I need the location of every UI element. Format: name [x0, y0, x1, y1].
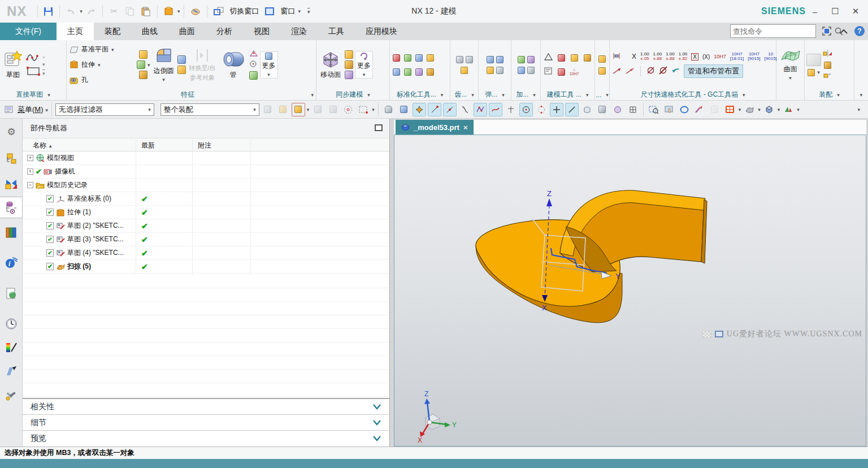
panel-dependencies[interactable]: 相关性	[23, 399, 389, 415]
shaded-cube-icon[interactable]	[762, 103, 776, 116]
sketch-button[interactable]: 草图	[2, 49, 24, 80]
slot-icon[interactable]	[139, 71, 147, 79]
group-label-spring-tools[interactable]: 弹...▾	[479, 89, 511, 100]
move-csys-icon[interactable]	[311, 103, 324, 116]
selection-filter-dropdown[interactable]: 无选择过滤器▾	[55, 103, 154, 116]
graphics-viewport[interactable]: Z Y X Z Y X	[394, 135, 866, 447]
snap-polyline-icon[interactable]	[474, 103, 487, 116]
snap-point-on-curve-icon[interactable]	[565, 103, 579, 116]
magnify-icon[interactable]	[693, 103, 706, 116]
snap-intersection-icon[interactable]	[550, 103, 563, 116]
folder-nodes-icon[interactable]	[584, 54, 591, 62]
fit-10h7-icon[interactable]: 10H7	[714, 54, 726, 59]
snap-spline-icon[interactable]	[489, 103, 502, 116]
std-tool-clean-icon[interactable]	[404, 68, 411, 76]
snap-point-on-face-icon[interactable]	[580, 103, 594, 116]
tab-curve[interactable]: 曲线	[131, 23, 168, 40]
paren-dim-icon[interactable]: (X)	[702, 54, 710, 60]
diameter-slash-icon[interactable]	[659, 66, 667, 76]
extrude-button[interactable]: 拉伸▾	[68, 57, 135, 72]
washer-icon[interactable]	[487, 67, 494, 74]
close-button[interactable]: ✕	[845, 0, 866, 23]
undo-dropdown-arrow[interactable]: ▾	[80, 8, 83, 14]
ribbon-overflow-arrow[interactable]: ▾	[854, 89, 868, 100]
hole-button[interactable]: 孔	[68, 72, 135, 88]
customize-qat-arrow[interactable]: ▾	[307, 8, 310, 15]
edit-section-arrow[interactable]: ▾	[797, 107, 800, 112]
sphere-select-icon[interactable]	[611, 103, 624, 116]
piping-layout-button[interactable]: 管道和布管布置	[684, 64, 743, 78]
add-component-icon[interactable]	[808, 69, 815, 76]
column-name[interactable]: 名称 ▲	[33, 141, 53, 150]
offset-region-icon[interactable]	[249, 71, 258, 80]
pattern-component-icon[interactable]: +	[823, 72, 832, 80]
tolerance-style-4[interactable]: 1.00±.82	[679, 52, 688, 61]
part-family-icon[interactable]	[598, 55, 606, 63]
face-rule-icon[interactable]	[596, 103, 609, 116]
color-wand-icon[interactable]	[0, 337, 23, 358]
render-style-icon[interactable]	[743, 103, 756, 116]
std-tool-list-icon[interactable]	[415, 54, 423, 62]
tree-row-extrude[interactable]: ✔ 拉伸 (1) ✔	[23, 206, 389, 219]
repeat-dropdown-arrow[interactable]: ▾	[177, 8, 180, 14]
no-tolerance-icon[interactable]: X	[632, 53, 636, 60]
dim-style-icon[interactable]	[613, 52, 620, 62]
tolerance-style-1[interactable]: 1.00±.05	[640, 52, 649, 61]
collapse-icon[interactable]: −	[27, 182, 33, 188]
tab-view[interactable]: 视图	[243, 23, 280, 40]
fit-lookup-icon[interactable]: ⌾10H7	[570, 68, 579, 76]
chamfer-icon[interactable]	[177, 55, 186, 64]
tolerance-style-3[interactable]: 1.00±.88	[666, 52, 675, 61]
move-component-icon[interactable]	[824, 62, 831, 69]
copy-icon[interactable]	[123, 4, 137, 19]
datum-plane-button[interactable]: 基准平面▾	[68, 42, 135, 57]
expand-icon[interactable]: +	[27, 168, 33, 175]
menu-button[interactable]: 菜菜单(M)单(M) ▾	[18, 105, 48, 115]
feature-checkbox[interactable]: ✔	[46, 222, 54, 229]
wire-form-icon[interactable]	[496, 67, 504, 74]
tab-surface[interactable]: 曲面	[168, 23, 206, 40]
surface-icon[interactable]	[780, 49, 801, 63]
view-group-dropdown[interactable]: ▾	[804, 103, 863, 116]
feature-checkbox[interactable]: ✔	[46, 263, 54, 270]
tree-row-cameras[interactable]: + ✔ 摄像机	[23, 165, 389, 179]
tube-button[interactable]: 管	[219, 49, 248, 80]
assembly-constraints-icon[interactable]	[806, 54, 821, 66]
shaded-cube-arrow[interactable]: ▾	[778, 107, 780, 112]
web-browser-icon[interactable]: i	[0, 252, 23, 274]
panel-details[interactable]: 细节	[23, 415, 389, 431]
feature-checkbox[interactable]: ✔	[46, 249, 54, 257]
selection-scope-dropdown[interactable]: 整个装配▾	[160, 103, 259, 116]
rectangle-tool-icon[interactable]	[26, 66, 41, 78]
part-library-icon[interactable]	[598, 67, 606, 75]
fit-style-4[interactable]: 10[9015]	[765, 52, 777, 61]
cut-icon[interactable]: ✂	[107, 4, 121, 19]
feature-checkbox[interactable]: ✔	[46, 236, 54, 243]
tolerance-style-2[interactable]: 1.00±.88	[653, 52, 662, 61]
std-tool-frame-icon[interactable]	[393, 54, 400, 62]
roles-tools-icon[interactable]	[0, 384, 23, 406]
repeat-command-icon[interactable]	[162, 4, 176, 19]
grid-check-icon[interactable]	[558, 54, 565, 62]
tab-assembly[interactable]: 装配	[94, 23, 131, 40]
maximize-button[interactable]: ☐	[825, 0, 845, 23]
tree-row-model-history[interactable]: − 模型历史记录	[23, 179, 389, 192]
note-editor-icon[interactable]	[544, 67, 552, 76]
gallery-down-arrow[interactable]: ▾	[42, 62, 45, 67]
select-filter-funnel-icon[interactable]	[276, 103, 290, 116]
dotted-circle-icon[interactable]	[341, 103, 355, 116]
assembly-navigator-icon[interactable]	[0, 148, 23, 170]
snap-axis-icon[interactable]	[504, 103, 518, 116]
select-assembly-icon[interactable]	[261, 103, 275, 116]
gallery-up-arrow[interactable]: ▴	[42, 54, 45, 59]
search-input[interactable]	[731, 27, 835, 36]
std-tool-tag-icon[interactable]	[427, 54, 434, 62]
perspective-arrow[interactable]: ▾	[739, 107, 741, 112]
grid-face-icon[interactable]	[518, 67, 525, 74]
paste-icon[interactable]	[138, 4, 153, 19]
folder-add-icon[interactable]	[571, 54, 578, 62]
tab-render[interactable]: 渲染	[280, 23, 318, 40]
std-tool-check-icon[interactable]	[393, 68, 400, 76]
touch-mode-icon[interactable]	[188, 4, 203, 19]
part-navigator-icon[interactable]	[0, 197, 23, 218]
